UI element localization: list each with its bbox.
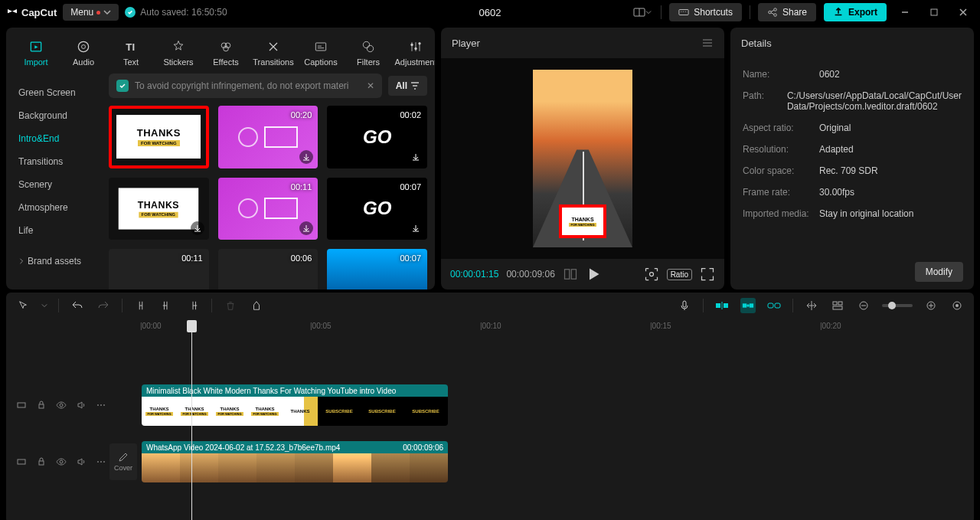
asset-thumb[interactable]: 00:20 [218, 106, 318, 168]
redo-button[interactable] [96, 298, 111, 313]
tab-stickers[interactable]: Stickers [155, 32, 202, 74]
timeline[interactable]: |00:00 |00:05 |00:10 |00:15 |00:20 ⋯ Min… [6, 319, 974, 520]
fullscreen-icon[interactable] [700, 267, 715, 282]
mute-track-button[interactable] [75, 399, 87, 411]
snap-button[interactable] [714, 298, 730, 313]
download-icon[interactable] [299, 150, 313, 164]
asset-thumb[interactable]: 00:07 [327, 249, 427, 289]
sidebar-item-transitions[interactable]: Transitions [6, 150, 101, 173]
split-right-button[interactable] [185, 298, 201, 313]
lock-track-button[interactable] [35, 399, 47, 411]
sidebar-item-atmosphere[interactable]: Atmosphere [6, 196, 101, 219]
split-button[interactable] [133, 298, 149, 313]
preview-track-button[interactable] [830, 298, 845, 313]
share-button[interactable]: Share [758, 3, 816, 21]
track-controls: ⋯ [6, 377, 109, 433]
svg-line-9 [771, 10, 774, 11]
sidebar-item-scenery[interactable]: Scenery [6, 173, 101, 196]
tab-text[interactable]: TI Text [107, 32, 155, 74]
more-track-button[interactable]: ⋯ [95, 399, 107, 411]
scan-icon[interactable] [644, 267, 659, 282]
tab-transitions[interactable]: Transitions [250, 32, 297, 74]
playhead[interactable] [191, 320, 192, 520]
preview-axis-button[interactable] [804, 298, 819, 313]
tab-filters[interactable]: Filters [345, 32, 392, 74]
fit-button[interactable] [949, 298, 965, 313]
pointer-tool[interactable] [15, 298, 31, 313]
mic-button[interactable] [677, 298, 692, 313]
tab-effects[interactable]: Effects [202, 32, 250, 74]
sidebar-item-brand-assets[interactable]: Brand assets [6, 250, 101, 273]
chevron-down-icon[interactable] [41, 303, 47, 309]
svg-point-43 [746, 304, 750, 307]
undo-button[interactable] [70, 298, 85, 313]
playhead-handle-icon[interactable] [187, 320, 197, 332]
magnet-button[interactable] [740, 298, 756, 313]
share-icon [767, 7, 778, 18]
menu-button[interactable]: Menu [63, 4, 119, 21]
link-button[interactable] [766, 298, 782, 313]
layout-button[interactable] [632, 4, 653, 21]
player-viewport[interactable]: THANKSFOR WATCHING [441, 58, 724, 259]
download-icon[interactable] [299, 221, 313, 235]
shield-icon [116, 80, 129, 92]
svg-rect-12 [931, 9, 937, 15]
asset-thumb[interactable]: 00:06 [218, 249, 318, 289]
svg-point-28 [410, 44, 413, 46]
zoom-in-button[interactable] [923, 298, 939, 313]
asset-thumb[interactable]: THANKSFOR WATCHING [109, 178, 209, 240]
filter-icon [410, 81, 420, 90]
detail-row: Name:0602 [743, 69, 962, 80]
modify-button[interactable]: Modify [915, 262, 963, 282]
split-left-button[interactable] [159, 298, 175, 313]
download-icon[interactable] [191, 221, 204, 235]
mute-track-button[interactable] [75, 456, 87, 468]
tab-captions[interactable]: Captions [297, 32, 345, 74]
sidebar-item-introend[interactable]: Intro&End [6, 127, 101, 150]
sidebar-item-life[interactable]: Life [6, 219, 101, 242]
download-icon[interactable] [409, 221, 423, 235]
visibility-track-button[interactable] [55, 399, 67, 411]
asset-thumb[interactable]: 00:07 GO [327, 178, 427, 240]
total-duration: 00:00:09:06 [506, 269, 554, 280]
detail-row: Path:C:/Users/user/AppData/Local/CapCut/… [743, 90, 962, 112]
marker-button[interactable] [249, 298, 264, 313]
asset-thumb[interactable]: 00:11 [109, 249, 209, 289]
lock-track-button[interactable] [35, 456, 47, 468]
timeline-clip-overlay[interactable]: Minimalist Black White Modern Thanks For… [142, 384, 448, 426]
ratio-button[interactable]: Ratio [667, 269, 692, 280]
asset-thumb[interactable]: 00:11 [218, 178, 318, 240]
close-button[interactable] [952, 4, 974, 21]
asset-thumb[interactable]: THANKSFOR WATCHING [109, 106, 209, 168]
zoom-slider[interactable] [882, 304, 913, 307]
tab-adjustment[interactable]: Adjustment [392, 32, 435, 74]
sidebar-item-background[interactable]: Background [6, 104, 101, 127]
tab-import[interactable]: Import [12, 32, 60, 74]
play-icon[interactable] [586, 267, 601, 282]
tab-audio[interactable]: Audio [60, 32, 107, 74]
download-icon[interactable] [409, 150, 423, 164]
close-notice-button[interactable]: ✕ [367, 80, 374, 91]
sidebar-item-greenscreen[interactable]: Green Screen [6, 81, 101, 104]
maximize-button[interactable] [923, 4, 945, 21]
filter-all-button[interactable]: All [388, 76, 427, 96]
timeline-clip-video[interactable]: WhatsApp Video 2024-06-02 at 17.52.23_b7… [142, 441, 448, 482]
chevron-right-icon [18, 258, 24, 264]
zoom-out-button[interactable] [856, 298, 871, 313]
transitions-icon [266, 39, 281, 54]
collapse-track-button[interactable] [15, 399, 28, 411]
minimize-button[interactable] [894, 4, 916, 21]
compare-icon[interactable] [563, 267, 578, 282]
svg-rect-20 [315, 43, 325, 51]
hamburger-icon[interactable] [701, 37, 714, 49]
shortcuts-button[interactable]: Shortcuts [669, 3, 742, 21]
collapse-track-button[interactable] [15, 456, 28, 468]
timeline-ruler[interactable]: |00:00 |00:05 |00:10 |00:15 |00:20 [6, 319, 974, 337]
export-button[interactable]: Export [824, 3, 887, 21]
cover-button[interactable]: Cover [109, 443, 137, 480]
more-track-button[interactable]: ⋯ [95, 456, 107, 468]
asset-thumb[interactable]: 00:02 GO [327, 106, 427, 168]
undo-icon [71, 299, 83, 312]
visibility-track-button[interactable] [55, 456, 67, 468]
delete-button[interactable] [223, 298, 238, 313]
